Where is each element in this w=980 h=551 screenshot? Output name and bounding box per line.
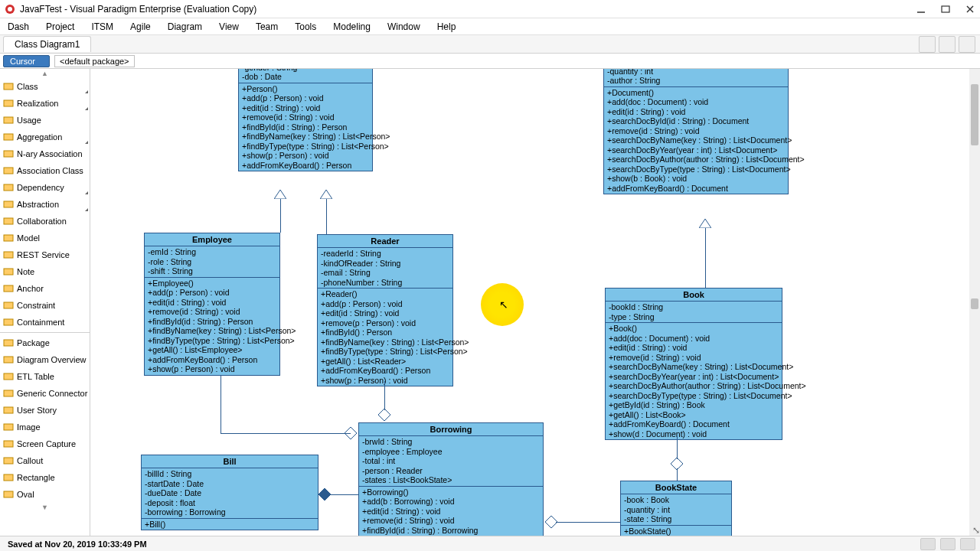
class-member: +findByType(type : String) : List<Person… <box>148 336 276 346</box>
class-borrowing[interactable]: Borrowing -brwId : String-employee : Emp… <box>358 422 544 536</box>
cursor-tool-button[interactable]: Cursor <box>3 55 50 67</box>
class-member: +Person() <box>242 84 369 94</box>
palette-item-oval[interactable]: Oval <box>0 486 90 503</box>
palette-item-constraint[interactable]: Constraint <box>0 297 90 314</box>
palette-item-callout[interactable]: Callout <box>0 452 90 469</box>
palette-item-rectangle[interactable]: Rectangle <box>0 469 90 486</box>
class-member: +remove(id : String) : void <box>148 307 276 317</box>
menu-tools[interactable]: Tools <box>295 21 316 32</box>
class-member: +searchDocByYear(year : int) : List<Docu… <box>609 372 779 382</box>
palette-item-realization[interactable]: Realization <box>0 95 90 112</box>
svg-rect-10 <box>4 151 13 157</box>
class-member: +show(p : Person) : void <box>242 151 369 161</box>
class-reader[interactable]: Reader -readerId : String-kindOfReader :… <box>317 234 453 386</box>
resize-grip-icon[interactable]: ⤡ <box>972 525 980 536</box>
palette-item-model[interactable]: Model <box>0 230 90 246</box>
palette-label: Oval <box>17 490 34 499</box>
class-member: +edit(id : String) : void <box>148 298 276 308</box>
toolbar-icon-2[interactable] <box>939 36 956 53</box>
palette-item-diagram-overview[interactable]: Diagram Overview <box>0 351 90 368</box>
palette-item-usage[interactable]: Usage <box>0 112 90 129</box>
class-document[interactable]: -id : String-title : String-publishedYea… <box>603 69 789 194</box>
palette-item-user-story[interactable]: User Story <box>0 402 90 419</box>
palette-item-n-ary-association[interactable]: N-ary Association <box>0 145 90 162</box>
class-member: +remove(id : String) : void <box>607 126 785 136</box>
diagram-canvas[interactable]: -address : String-gender : String-dob : … <box>90 69 980 536</box>
class-book[interactable]: Book -bookId : String-type : String +Boo… <box>605 288 782 440</box>
class-member: +findByType(type : String) : List<Person… <box>321 347 449 357</box>
class-member: -billId : String <box>145 469 315 479</box>
class-member: +Borrowing() <box>362 487 540 497</box>
status-icon-3[interactable] <box>960 538 975 550</box>
palette-item-package[interactable]: Package <box>0 334 90 351</box>
palette-item-etl-table[interactable]: ETL Table <box>0 368 90 385</box>
menu-agile[interactable]: Agile <box>130 21 151 32</box>
close-icon[interactable] <box>965 4 975 15</box>
menu-dash[interactable]: Dash <box>8 21 29 32</box>
palette-item-aggregation[interactable]: Aggregation <box>0 129 90 145</box>
scrollbar-thumb[interactable] <box>971 84 978 145</box>
class-member: +show(p : Person) : void <box>321 376 449 386</box>
palette-icon <box>3 234 14 242</box>
palette-item-generic-connector[interactable]: Generic Connector <box>0 385 90 402</box>
palette-icon <box>3 423 14 431</box>
status-text: Saved at Nov 20, 2019 10:33:49 PM <box>8 540 147 549</box>
scrollbar-handle[interactable] <box>971 298 978 309</box>
class-member: +getById(id : String) : Book <box>609 400 779 410</box>
menu-view[interactable]: View <box>219 21 239 32</box>
class-bill[interactable]: Bill -billId : String-startDate : Date-d… <box>141 455 318 530</box>
connector <box>326 193 327 234</box>
class-member: +addFromKeyBoard() : Person <box>321 366 449 376</box>
minimize-icon[interactable] <box>916 4 926 15</box>
palette-label: Anchor <box>17 284 44 293</box>
palette-scroll-down[interactable]: ▼ <box>0 503 90 512</box>
svg-rect-13 <box>4 201 13 207</box>
menu-team[interactable]: Team <box>256 21 278 32</box>
class-member: +add(p : Person) : void <box>242 93 369 103</box>
menu-diagram[interactable]: Diagram <box>168 21 202 32</box>
class-member: +addFromKeyBoard() : Person <box>242 161 369 171</box>
connector <box>677 436 678 459</box>
status-icon-2[interactable] <box>940 538 956 550</box>
menu-window[interactable]: Window <box>387 21 420 32</box>
palette-item-association-class[interactable]: Association Class <box>0 162 90 179</box>
palette-label: N-ary Association <box>17 149 83 158</box>
status-icon-1[interactable] <box>920 538 936 550</box>
palette-item-rest-service[interactable]: REST Service <box>0 246 90 263</box>
class-member: -startDate : Date <box>145 479 315 489</box>
class-person[interactable]: -address : String-gender : String-dob : … <box>238 69 373 171</box>
class-member: +findById() : Person <box>321 328 449 337</box>
palette-item-screen-capture[interactable]: Screen Capture <box>0 435 90 452</box>
maximize-icon[interactable] <box>940 4 951 15</box>
toolbar-icon-1[interactable] <box>919 36 936 53</box>
class-member: -bookId : String <box>609 302 779 312</box>
menu-itsm[interactable]: ITSM <box>91 21 113 32</box>
palette-item-containment[interactable]: Containment <box>0 314 90 331</box>
class-member: +findById(id : String) : Person <box>148 317 276 327</box>
palette-label: Class <box>17 82 38 91</box>
svg-rect-20 <box>4 319 13 325</box>
palette-label: Rectangle <box>17 473 55 482</box>
palette-item-anchor[interactable]: Anchor <box>0 280 90 297</box>
palette-item-class[interactable]: Class <box>0 78 90 95</box>
class-bookstate[interactable]: BookState -book : Book-quantity : int-st… <box>620 481 732 536</box>
class-employee[interactable]: Employee -emId : String-role : String-sh… <box>144 233 280 376</box>
svg-rect-17 <box>4 269 13 275</box>
class-member: +searchDocByAuthor(author : String) : Li… <box>607 155 785 165</box>
palette-item-image[interactable]: Image <box>0 419 90 435</box>
vertical-scrollbar[interactable] <box>969 69 980 536</box>
menu-help[interactable]: Help <box>437 21 456 32</box>
palette-scroll-up[interactable]: ▲ <box>0 69 90 78</box>
palette-label: Package <box>17 338 50 347</box>
palette-item-note[interactable]: Note <box>0 263 90 280</box>
palette-label: Collaboration <box>17 217 67 226</box>
menu-modeling[interactable]: Modeling <box>333 21 371 32</box>
tab-class-diagram[interactable]: Class Diagram1 <box>3 36 91 52</box>
palette-item-dependency[interactable]: Dependency <box>0 179 90 196</box>
toolbar-icon-3[interactable] <box>959 36 975 53</box>
palette-item-collaboration[interactable]: Collaboration <box>0 213 90 230</box>
class-member: +addFromKeyBoard() : Document <box>607 184 785 194</box>
menu-project[interactable]: Project <box>46 21 74 32</box>
package-breadcrumb[interactable]: <default package> <box>54 55 135 67</box>
palette-item-abstraction[interactable]: Abstraction <box>0 196 90 213</box>
